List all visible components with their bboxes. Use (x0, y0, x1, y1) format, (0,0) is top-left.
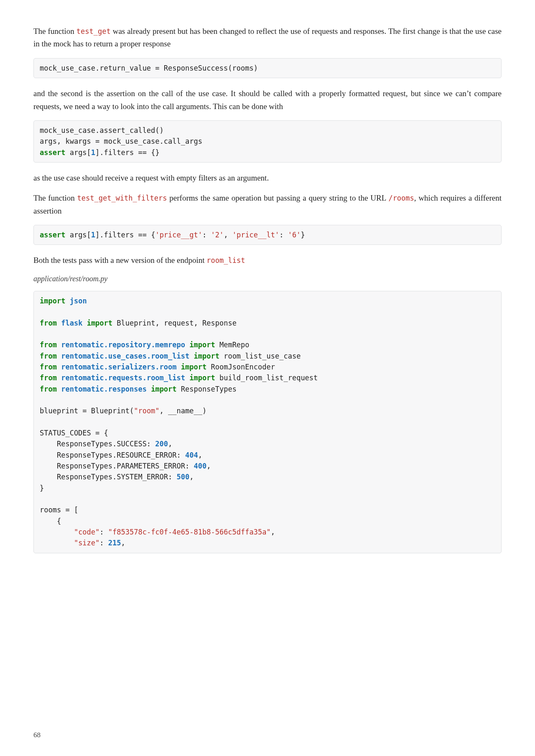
keyword-import: import (151, 385, 176, 393)
code-text: : (279, 231, 288, 239)
code-line: mock_use_case.assert_called() (40, 126, 164, 135)
keyword-import: import (181, 363, 206, 371)
module-name: flask (61, 319, 82, 327)
string-literal: "size" (74, 539, 99, 547)
code-text: ResponseTypes.RESOURCE_ERROR: (40, 451, 185, 459)
paragraph-3: as the use case should receive a request… (33, 172, 502, 184)
keyword-from: from (40, 341, 57, 349)
string-literal: "f853578c-fc0f-4e65-81b8-566c5dffa35a" (108, 528, 271, 536)
page-number: 68 (33, 731, 41, 739)
code-text: , (168, 440, 172, 448)
code-text: ResponseTypes.PARAMETERS_ERROR: (40, 462, 194, 470)
keyword-import: import (189, 374, 215, 382)
keyword-import: import (194, 352, 219, 360)
code-text: { (40, 517, 61, 525)
code-text: build_room_list_request (215, 374, 318, 382)
keyword-from: from (40, 352, 57, 360)
paragraph-2: and the second is the assertion on the c… (33, 87, 502, 113)
string-literal: '2' (211, 231, 224, 239)
paragraph-5: Both the tests pass with a new version o… (33, 254, 502, 267)
module-name: rentomatic.responses (61, 385, 147, 393)
code-text: , (198, 451, 202, 459)
inline-code-test-get-with-filters: test_get_with_filters (77, 194, 167, 202)
number-literal: 1 (91, 231, 95, 239)
number-literal: 1 (91, 148, 95, 157)
number-literal: 200 (155, 440, 168, 448)
code-text (40, 528, 74, 536)
text: The function (33, 27, 76, 36)
code-text: , (271, 528, 275, 536)
code-text: , (189, 473, 194, 481)
module-name: rentomatic.serializers.room (61, 363, 176, 371)
string-literal: "code" (74, 528, 99, 536)
keyword-assert: assert (40, 148, 65, 157)
code-text: : (99, 528, 108, 536)
inline-code-room-list: room_list (206, 256, 245, 265)
code-text: ResponseTypes.SYSTEM_ERROR: (40, 473, 177, 481)
code-text: MemRepo (215, 341, 250, 349)
text: Both the tests pass with a new version o… (33, 256, 206, 265)
code-text: , (121, 539, 125, 547)
keyword-import: import (87, 319, 112, 327)
code-text: room_list_use_case (219, 352, 301, 360)
code-text: , __name__) (160, 407, 207, 415)
module-name: json (70, 297, 87, 305)
number-literal: 404 (185, 451, 198, 459)
text: performs the same operation but passing … (167, 193, 388, 202)
code-block-2: mock_use_case.assert_called() args, kwar… (33, 120, 502, 163)
keyword-from: from (40, 319, 57, 327)
string-literal: 'price__lt' (232, 231, 280, 239)
keyword-import: import (40, 297, 65, 305)
keyword-from: from (40, 385, 57, 393)
code-text: } (301, 231, 305, 239)
inline-code-test-get: test_get (76, 27, 111, 36)
text: The function (33, 193, 77, 202)
code-text: : (99, 539, 108, 547)
code-line: mock_use_case.return_value = ResponseSuc… (40, 64, 258, 72)
number-literal: 400 (194, 462, 206, 470)
number-literal: 215 (108, 539, 121, 547)
code-text: , (224, 231, 232, 239)
code-text: ResponseTypes (177, 385, 237, 393)
keyword-assert: assert (40, 231, 65, 239)
string-literal: "room" (134, 407, 159, 415)
module-name: rentomatic.requests.room_list (61, 374, 185, 382)
code-text: : (202, 231, 211, 239)
number-literal: 500 (177, 473, 190, 481)
code-text: args[ (65, 148, 91, 157)
code-text: Blueprint, request, Response (112, 319, 237, 327)
code-text: } (40, 484, 44, 492)
code-text: ResponseTypes.SUCCESS: (40, 440, 155, 448)
keyword-from: from (40, 363, 57, 371)
module-name: rentomatic.use_cases.room_list (61, 352, 189, 360)
keyword-from: from (40, 374, 57, 382)
code-text (40, 539, 74, 547)
code-text: ].filters == { (95, 231, 155, 239)
code-line: args, kwargs = mock_use_case.call_args (40, 137, 202, 145)
code-block-3: assert args[1].filters == {'price__gt': … (33, 225, 502, 245)
code-text: , (206, 462, 211, 470)
paragraph-4: The function test_get_with_filters perfo… (33, 192, 502, 217)
code-text: RoomJsonEncoder (206, 363, 275, 371)
module-name: rentomatic.repository.memrepo (61, 341, 185, 349)
code-text: blueprint = Blueprint( (40, 407, 134, 415)
code-text: ].filters == {} (95, 148, 160, 157)
filename-label: application/rest/room.py (33, 275, 502, 283)
code-block-1: mock_use_case.return_value = ResponseSuc… (33, 58, 502, 78)
inline-code-rooms-url: /rooms (388, 194, 414, 202)
code-block-4: import json from flask import Blueprint,… (33, 291, 502, 553)
paragraph-1: The function test_get was already presen… (33, 25, 502, 51)
code-text: STATUS_CODES = { (40, 429, 108, 437)
code-text: rooms = [ (40, 506, 78, 514)
string-literal: '6' (288, 231, 301, 239)
code-text: args[ (65, 231, 91, 239)
keyword-import: import (189, 341, 215, 349)
string-literal: 'price__gt' (155, 231, 202, 239)
